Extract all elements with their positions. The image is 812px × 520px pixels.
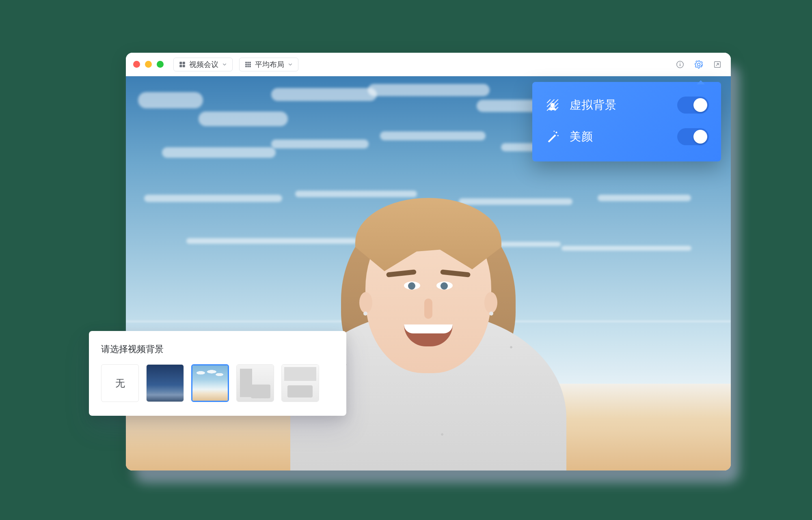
chevron-down-icon (222, 62, 227, 67)
svg-point-14 (680, 62, 680, 63)
svg-rect-3 (183, 64, 185, 67)
background-picker-title: 请选择视频背景 (101, 343, 334, 355)
virtual-background-toggle[interactable] (677, 97, 709, 114)
background-option-sky1[interactable] (146, 364, 184, 402)
mode-dropdown-label: 视频会议 (189, 60, 218, 69)
svg-rect-12 (249, 66, 251, 67)
titlebar: 视频会议 平均布局 (126, 53, 731, 76)
background-option-none[interactable]: 无 (101, 364, 139, 402)
svg-rect-6 (249, 62, 251, 63)
layout-dropdown-label: 平均布局 (255, 60, 284, 69)
popout-button[interactable] (711, 58, 723, 71)
svg-rect-5 (247, 62, 249, 63)
svg-rect-10 (245, 66, 247, 67)
background-option-room2[interactable] (281, 364, 319, 402)
svg-rect-2 (179, 64, 182, 67)
grid-3x3-icon (244, 61, 252, 68)
thumb-image (147, 365, 184, 402)
grid-2x2-icon (179, 61, 186, 68)
beauty-label: 美颜 (570, 129, 668, 144)
svg-rect-11 (247, 66, 249, 67)
video-settings-popover: 虚拟背景 美颜 (532, 82, 721, 161)
svg-rect-4 (245, 62, 247, 63)
chevron-down-icon (287, 62, 293, 67)
window-controls (133, 61, 164, 68)
virtual-background-icon (544, 97, 561, 113)
svg-rect-7 (245, 64, 247, 65)
layout-dropdown[interactable]: 平均布局 (239, 58, 298, 71)
background-picker: 请选择视频背景 无 (89, 331, 346, 416)
virtual-background-row: 虚拟背景 (544, 92, 709, 118)
beauty-icon (544, 129, 561, 145)
svg-rect-1 (183, 62, 185, 64)
close-window-button[interactable] (133, 61, 140, 68)
zoom-window-button[interactable] (157, 61, 164, 68)
info-button[interactable] (674, 58, 686, 71)
svg-rect-0 (179, 62, 182, 64)
thumb-image (237, 365, 274, 402)
svg-point-23 (555, 131, 557, 133)
svg-point-22 (551, 103, 555, 107)
thumb-image (282, 365, 319, 402)
background-option-room1[interactable] (236, 364, 274, 402)
svg-line-17 (547, 100, 551, 103)
info-icon (676, 60, 685, 69)
thumb-image (192, 365, 228, 401)
svg-point-24 (557, 135, 559, 136)
svg-rect-15 (680, 64, 680, 66)
background-thumbs: 无 (101, 364, 334, 402)
svg-rect-9 (249, 64, 251, 65)
virtual-background-label: 虚拟背景 (570, 97, 668, 113)
svg-rect-8 (247, 64, 249, 65)
minimize-window-button[interactable] (145, 61, 152, 68)
background-none-label: 无 (115, 377, 125, 390)
beauty-row: 美颜 (544, 124, 709, 149)
participant-video (282, 154, 574, 471)
gear-icon (694, 60, 703, 69)
settings-button[interactable] (693, 58, 705, 71)
popout-icon (713, 60, 722, 69)
mode-dropdown[interactable]: 视频会议 (173, 58, 233, 71)
background-option-sky2[interactable] (191, 364, 229, 402)
beauty-toggle[interactable] (677, 128, 709, 145)
svg-point-25 (553, 131, 555, 132)
